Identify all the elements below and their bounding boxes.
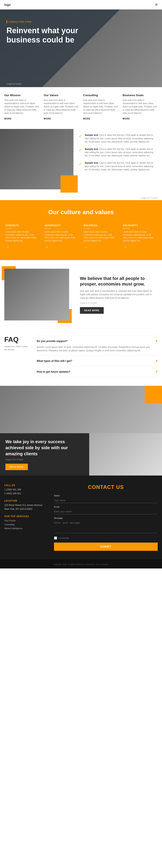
info-card-title: Business Goals <box>123 94 158 97</box>
contact-message-input[interactable] <box>54 520 158 533</box>
contact-service-2: Market Intelligence <box>4 527 48 530</box>
faq-subtitle: Sample text. Click to select the text bo… <box>4 345 30 351</box>
values-content: ✓ Sample text. Click to select the text … <box>74 129 162 189</box>
info-card-title: Consulting <box>83 94 118 97</box>
value-text: Sample text. Click to select the text bo… <box>85 147 157 157</box>
value-item-2: ✓ Sample text. Click to select the text … <box>79 161 157 171</box>
info-card-more-link[interactable]: MORE <box>83 118 90 120</box>
clients-bottom: We take joy in every success achieved si… <box>0 433 162 475</box>
culture-card-2: BOLDNESS Lorem ipsum dolor sit amet, con… <box>83 222 118 251</box>
value-text: Sample text. Click to select the text bo… <box>85 133 157 144</box>
clients-text-area: We take joy in every success achieved si… <box>0 433 89 475</box>
clients-credit: Images from Freepik <box>5 459 84 461</box>
culture-card-divider <box>5 228 12 229</box>
faq-question-text: How to get future updates? <box>37 370 70 373</box>
faq-item-2: How to get future updates? + <box>37 366 158 377</box>
faq-expand-icon[interactable]: + <box>155 359 158 363</box>
arrow-icon[interactable]: → <box>84 245 117 249</box>
value-item-1: ✓ Sample text. Click to select the text … <box>79 147 157 157</box>
contact-section: CALL US 1 (256) 421 189 1 (453) 189 051 … <box>0 475 162 559</box>
contact-services-label: OUR TOP SERVICES <box>4 515 48 518</box>
hamburger-menu[interactable]: ≡ <box>155 2 158 7</box>
hero-title: Reinvent what your business could be <box>6 26 82 44</box>
believe-title: We believe that for all people to prospe… <box>80 276 156 287</box>
faq-question-text: What types of files will I get? <box>37 360 72 363</box>
culture-cards: CURIOSITY Lorem ipsum dolor sit amet, co… <box>4 222 158 251</box>
contact-address-1: New York, NY 10213-0003 <box>4 507 48 511</box>
clients-top-image <box>0 386 162 433</box>
culture-card-divider <box>123 228 129 229</box>
faq-right: Do you provide support? + Answer: Lorem … <box>37 336 158 377</box>
faq-expand-icon[interactable]: + <box>155 369 158 374</box>
arrow-icon[interactable]: → <box>45 245 78 249</box>
culture-card-title: CURIOSITY <box>5 224 39 227</box>
footer-text: Copyright 2020. All rights Reserved. Pow… <box>53 563 109 565</box>
contact-form-col: CONTACT US Name Email Message I accept t… <box>54 484 158 551</box>
faq-left: FAQ Sample text. Click to select the tex… <box>4 336 30 377</box>
faq-question-0[interactable]: Do you provide support? + <box>37 339 158 343</box>
footer: Copyright 2020. All rights Reserved. Pow… <box>0 559 162 568</box>
contact-address-0: 123 Rock Street 211 James Avenue, <box>4 503 48 507</box>
value-item-0: ✓ Sample text. Click to select the text … <box>79 133 157 144</box>
believe-image <box>4 269 69 320</box>
contact-service-0: Your Future <box>4 519 48 523</box>
contact-name-group: Name <box>54 495 158 503</box>
info-cards-section: Our Mission Duis aute irure dolor in rep… <box>0 87 162 127</box>
contact-email-group: Email <box>54 506 158 514</box>
contact-accept-checkbox[interactable] <box>54 536 57 539</box>
faq-question-1[interactable]: What types of files will I get? + <box>37 359 158 363</box>
contact-location: LOCATION 123 Rock Street 211 James Avenu… <box>4 500 48 511</box>
believe-text: Duis aute irure dolor in reprehenderit i… <box>80 289 156 300</box>
believe-section: We believe that for all people to prospe… <box>0 262 162 327</box>
values-image <box>0 129 74 189</box>
believe-image-col <box>4 269 69 320</box>
contact-phone-1: 1 (453) 189 051 <box>4 492 48 496</box>
clients-orange-rect <box>145 386 162 403</box>
faq-question-2[interactable]: How to get future updates? + <box>37 369 158 374</box>
culture-card-3: SOLIDARITY Lorem ipsum dolor sit amet, c… <box>122 222 158 251</box>
believe-credit: Image from Freepik <box>80 302 156 304</box>
faq-answer-0: Answer: Lorem ipsum dolor sit amet, cons… <box>37 345 158 352</box>
checkmark-icon: ✓ <box>79 148 82 152</box>
contact-message-group: Message <box>54 517 158 534</box>
contact-location-label: LOCATION <box>4 500 48 502</box>
info-card-more-link[interactable]: MORE <box>4 118 12 120</box>
clients-bg-image <box>0 386 162 433</box>
clients-section: We take joy in every success achieved si… <box>0 386 162 475</box>
info-card-consulting: Consulting Duis aute irure dolor in repr… <box>83 94 118 120</box>
contact-submit-button[interactable]: SUBMIT <box>54 542 158 551</box>
faq-question-text: Do you provide support? <box>37 340 68 343</box>
info-card-more-link[interactable]: MORE <box>44 118 51 120</box>
clients-read-more-button[interactable]: READ MORE <box>5 464 28 470</box>
contact-checkbox-row: I accept the <box>54 536 158 539</box>
hero-credit: Image by Freepik <box>6 83 22 85</box>
faq-title: FAQ <box>4 336 30 344</box>
contact-name-input[interactable] <box>54 498 158 503</box>
hero-tag: CONSULTING FIRM <box>6 20 82 23</box>
arrow-icon[interactable]: → <box>123 245 157 249</box>
info-card-more-link[interactable]: MORE <box>123 118 130 120</box>
hero-content: CONSULTING FIRM Reinvent what your busin… <box>6 20 82 48</box>
arrow-icon[interactable]: → <box>5 245 39 249</box>
faq-expand-icon[interactable]: + <box>155 339 158 343</box>
culture-section: Our culture and values CURIOSITY Lorem i… <box>0 200 162 260</box>
info-card-text: Duis aute irure dolor in reprehenderit i… <box>44 98 79 115</box>
contact-call: CALL US 1 (256) 421 189 1 (453) 189 051 <box>4 484 48 495</box>
culture-card-divider <box>84 228 90 229</box>
contact-email-label: Email <box>54 506 158 508</box>
believe-content: We believe that for all people to prospe… <box>76 269 158 320</box>
values-section: ✓ Sample text. Click to select the text … <box>0 127 162 196</box>
checkmark-icon: ✓ <box>79 161 82 166</box>
value-text: Sample text. Click to select the text bo… <box>85 161 157 171</box>
info-card-text: Duis aute irure dolor in reprehenderit i… <box>4 98 39 115</box>
contact-email-input[interactable] <box>54 509 158 514</box>
culture-card-text: Lorem ipsum dolor sit amet, consectetur … <box>123 230 157 242</box>
header: logo ≡ <box>0 0 162 9</box>
info-card-text: Duis aute irure dolor in reprehenderit i… <box>123 98 158 115</box>
info-card-text: Duis aute irure dolor in reprehenderit i… <box>83 98 118 115</box>
contact-checkbox-label: I accept the <box>59 537 69 539</box>
believe-read-more-button[interactable]: READ MORE <box>80 307 104 314</box>
info-card-values: Our Values Duis aute irure dolor in repr… <box>44 94 79 120</box>
culture-card-title: BOLDNESS <box>84 224 117 227</box>
contact-services: OUR TOP SERVICES Your Future Consulting … <box>4 515 48 530</box>
